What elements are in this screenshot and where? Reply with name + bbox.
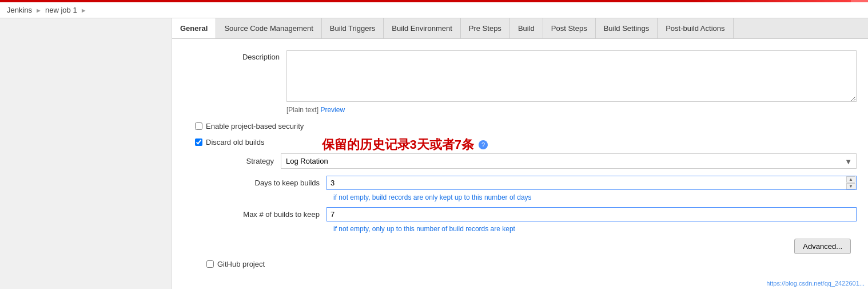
max-builds-input[interactable] bbox=[327, 207, 857, 221]
github-project-label[interactable]: GitHub project bbox=[217, 260, 265, 268]
page-wrapper: Jenkins ► new job 1 ► General Source Cod… bbox=[0, 0, 868, 289]
watermark: https://blog.csdn.net/qq_2422601... bbox=[766, 280, 865, 287]
max-builds-hint: if not empty, only up to this number of … bbox=[333, 225, 857, 233]
enable-security-label[interactable]: Enable project-based security bbox=[206, 122, 304, 130]
description-textarea[interactable] bbox=[286, 50, 857, 102]
discard-builds-label[interactable]: Discard old builds bbox=[206, 138, 265, 147]
days-to-keep-section: Days to keep builds ▲ ▼ if not empty, bu… bbox=[235, 176, 857, 233]
plain-text-label: [Plain text] bbox=[286, 106, 318, 114]
tab-post-build-actions[interactable]: Post-build Actions bbox=[658, 18, 733, 38]
breadcrumb-sep-2: ► bbox=[81, 7, 87, 14]
breadcrumb-sep-1: ► bbox=[35, 7, 42, 14]
strategy-select[interactable]: Log Rotation bbox=[281, 153, 857, 169]
plain-text-links: [Plain text] Preview bbox=[286, 106, 857, 114]
sidebar bbox=[0, 18, 172, 289]
breadcrumb-bar: Jenkins ► new job 1 ► bbox=[0, 2, 868, 18]
days-to-keep-spinner: ▲ ▼ bbox=[846, 176, 855, 190]
github-project-row: GitHub project bbox=[195, 260, 857, 268]
tab-build-settings[interactable]: Build Settings bbox=[596, 18, 658, 38]
description-control-wrap: [Plain text] Preview bbox=[286, 50, 857, 114]
advanced-button[interactable]: Advanced... bbox=[794, 239, 851, 254]
days-to-keep-input-wrap: ▲ ▼ bbox=[327, 176, 857, 190]
strategy-row: Strategy Log Rotation ▼ bbox=[201, 153, 857, 169]
breadcrumb-jenkins[interactable]: Jenkins bbox=[7, 6, 32, 14]
strategy-label: Strategy bbox=[201, 157, 281, 165]
tab-general[interactable]: General bbox=[172, 18, 216, 39]
days-to-keep-increment[interactable]: ▲ bbox=[846, 176, 855, 183]
strategy-select-wrap: Log Rotation ▼ bbox=[281, 153, 857, 169]
tab-post-steps[interactable]: Post Steps bbox=[543, 18, 596, 38]
tab-build-triggers[interactable]: Build Triggers bbox=[322, 18, 384, 38]
discard-builds-row: Discard old builds bbox=[184, 138, 265, 147]
description-label: Description bbox=[184, 50, 286, 61]
max-builds-label: Max # of builds to keep bbox=[235, 210, 327, 219]
tab-build[interactable]: Build bbox=[510, 18, 543, 38]
tab-source-code-management[interactable]: Source Code Management bbox=[216, 18, 321, 38]
description-row: Description [Plain text] Preview bbox=[184, 50, 857, 114]
main-panel: General Source Code Management Build Tri… bbox=[172, 18, 868, 289]
max-builds-row: Max # of builds to keep bbox=[235, 207, 857, 221]
strategy-section: Strategy Log Rotation ▼ Days to keep bui… bbox=[201, 153, 857, 233]
form-area: Description [Plain text] Preview Enable … bbox=[172, 39, 868, 286]
preview-link[interactable]: Preview bbox=[320, 106, 345, 114]
top-red-bar bbox=[0, 0, 868, 2]
enable-security-checkbox[interactable] bbox=[195, 122, 202, 130]
tabs-bar: General Source Code Management Build Tri… bbox=[172, 18, 868, 39]
tab-pre-steps[interactable]: Pre Steps bbox=[461, 18, 510, 38]
content-wrapper: General Source Code Management Build Tri… bbox=[0, 18, 868, 289]
github-project-checkbox[interactable] bbox=[206, 260, 214, 268]
help-icon-discard[interactable]: ? bbox=[479, 140, 488, 149]
days-to-keep-row: Days to keep builds ▲ ▼ bbox=[235, 176, 857, 190]
days-to-keep-hint: if not empty, build records are only kep… bbox=[333, 193, 857, 201]
max-builds-input-wrap bbox=[327, 207, 857, 221]
enable-security-row: Enable project-based security bbox=[184, 122, 857, 130]
days-to-keep-label: Days to keep builds bbox=[235, 179, 327, 187]
days-to-keep-decrement[interactable]: ▼ bbox=[846, 183, 855, 189]
breadcrumb-job[interactable]: new job 1 bbox=[45, 6, 77, 14]
advanced-btn-wrap: Advanced... bbox=[184, 239, 851, 254]
annotation-text: 保留的历史记录3天或者7条 bbox=[322, 136, 474, 153]
days-to-keep-input[interactable] bbox=[327, 176, 857, 190]
discard-builds-checkbox[interactable] bbox=[195, 138, 202, 146]
tab-build-environment[interactable]: Build Environment bbox=[384, 18, 461, 38]
discard-row-wrap: Discard old builds 保留的历史记录3天或者7条 ? bbox=[184, 136, 857, 153]
